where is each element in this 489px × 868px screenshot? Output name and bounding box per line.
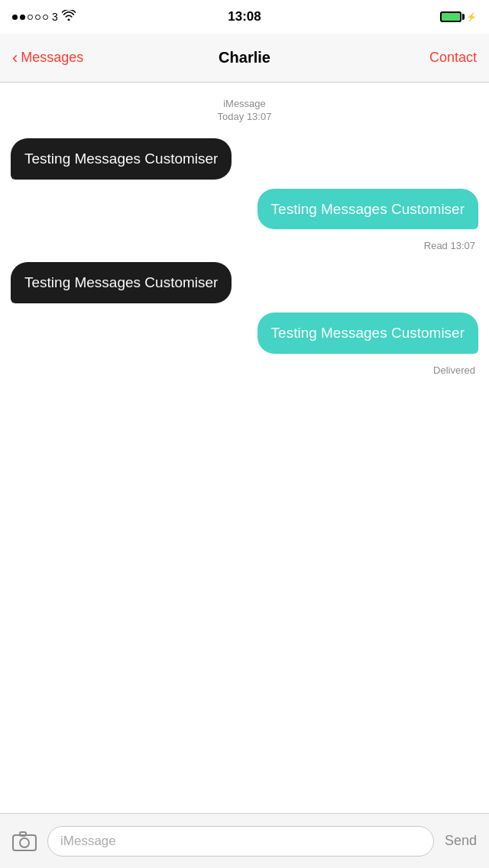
battery-icon: ⚡ <box>440 11 477 22</box>
read-status: Read 13:07 <box>11 240 478 251</box>
camera-icon <box>12 831 37 851</box>
signal-dot-5 <box>43 15 48 20</box>
battery-body <box>440 11 461 22</box>
svg-rect-2 <box>20 832 26 836</box>
timestamp-header: iMessage Today 13:07 <box>11 98 478 123</box>
messages-area: iMessage Today 13:07 Testing Messages Cu… <box>0 83 489 813</box>
input-bar: Send <box>0 813 489 868</box>
signal-dot-3 <box>28 15 33 20</box>
signal-dot-1 <box>12 15 18 20</box>
delivered-status-text: Delivered <box>433 364 475 376</box>
back-button[interactable]: ‹ Messages <box>12 50 83 66</box>
signal-dot-2 <box>20 15 25 20</box>
wifi-icon <box>62 10 76 24</box>
signal-dot-4 <box>35 15 40 20</box>
delivered-status: Delivered <box>11 364 478 376</box>
message-row: Testing Messages Customiser <box>11 262 478 303</box>
bubble-text: Testing Messages Customiser <box>271 201 465 217</box>
timestamp-time: Today 13:07 <box>218 111 272 122</box>
carrier-label: 3 <box>52 11 58 23</box>
chevron-left-icon: ‹ <box>12 50 18 66</box>
battery-bolt-icon: ⚡ <box>466 12 477 22</box>
message-input[interactable] <box>47 826 434 857</box>
send-button[interactable]: Send <box>442 833 480 849</box>
nav-bar: ‹ Messages Charlie Contact <box>0 34 489 83</box>
bubble-received-1[interactable]: Testing Messages Customiser <box>11 138 232 180</box>
bubble-sent-1[interactable]: Testing Messages Customiser <box>257 189 478 230</box>
status-bar: 3 13:08 ⚡ <box>0 0 489 34</box>
message-row: Testing Messages Customiser <box>11 138 478 180</box>
contact-button[interactable]: Contact <box>429 50 477 66</box>
read-status-text: Read 13:07 <box>424 240 475 251</box>
bubble-text: Testing Messages Customiser <box>271 325 465 341</box>
bubble-sent-2[interactable]: Testing Messages Customiser <box>257 313 478 354</box>
battery-tip <box>462 14 465 20</box>
svg-point-1 <box>20 838 29 847</box>
imessage-label: iMessage <box>11 98 478 109</box>
back-label: Messages <box>21 50 83 66</box>
status-right: ⚡ <box>440 11 477 22</box>
signal-dots <box>12 15 48 20</box>
bubble-text: Testing Messages Customiser <box>24 274 218 290</box>
bubble-text: Testing Messages Customiser <box>24 151 218 167</box>
status-left: 3 <box>12 10 76 24</box>
bubble-received-2[interactable]: Testing Messages Customiser <box>11 262 232 303</box>
camera-button[interactable] <box>9 826 40 857</box>
status-time: 13:08 <box>228 9 261 24</box>
message-row: Testing Messages Customiser <box>11 313 478 354</box>
nav-title: Charlie <box>219 49 270 66</box>
message-row: Testing Messages Customiser <box>11 189 478 230</box>
